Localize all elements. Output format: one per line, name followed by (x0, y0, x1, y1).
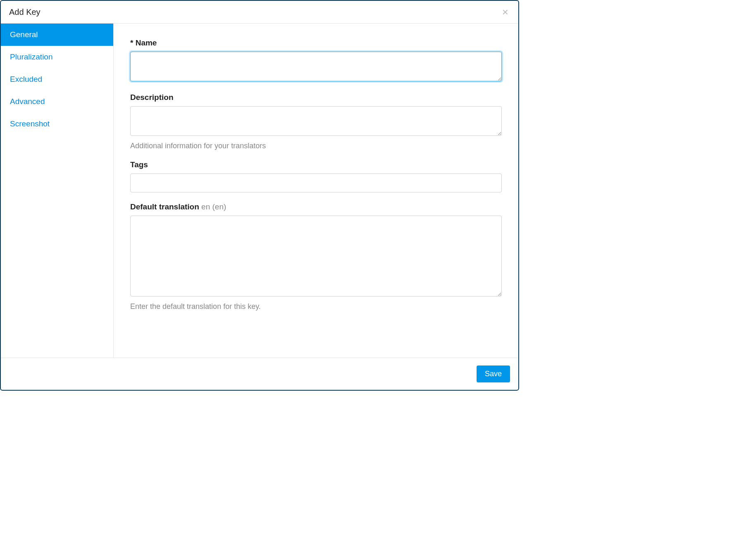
modal-footer: Save (1, 358, 518, 390)
form-group-tags: Tags (130, 160, 502, 192)
sidebar-item-label: Excluded (10, 75, 42, 83)
save-button[interactable]: Save (477, 365, 510, 382)
modal-header: Add Key × (1, 1, 518, 24)
description-help: Additional information for your translat… (130, 142, 502, 150)
add-key-modal: Add Key × General Pluralization Excluded… (0, 0, 519, 391)
modal-title: Add Key (9, 7, 41, 17)
default-translation-input[interactable] (130, 216, 502, 297)
sidebar-item-pluralization[interactable]: Pluralization (1, 46, 113, 68)
name-input[interactable] (130, 52, 502, 81)
default-translation-help: Enter the default translation for this k… (130, 302, 502, 311)
sidebar-item-screenshot[interactable]: Screenshot (1, 113, 113, 135)
form-group-description: Description Additional information for y… (130, 93, 502, 150)
sidebar-item-label: General (10, 30, 38, 39)
sidebar-item-general[interactable]: General (1, 24, 113, 46)
default-translation-label-suffix: en (en) (201, 202, 226, 211)
form-group-default-translation: Default translation en (en) Enter the de… (130, 202, 502, 311)
default-translation-label-text: Default translation (130, 202, 201, 211)
tags-label: Tags (130, 160, 502, 169)
name-label: * Name (130, 38, 502, 47)
sidebar-item-label: Pluralization (10, 52, 53, 61)
modal-body: General Pluralization Excluded Advanced … (1, 24, 518, 358)
close-button[interactable]: × (501, 7, 510, 17)
sidebar-item-excluded[interactable]: Excluded (1, 68, 113, 90)
description-input[interactable] (130, 106, 502, 136)
sidebar-item-advanced[interactable]: Advanced (1, 90, 113, 113)
form-group-name: * Name (130, 38, 502, 83)
default-translation-label: Default translation en (en) (130, 202, 502, 211)
tags-input[interactable] (130, 173, 502, 192)
sidebar-item-label: Advanced (10, 97, 45, 106)
sidebar: General Pluralization Excluded Advanced … (1, 24, 114, 358)
sidebar-item-label: Screenshot (10, 119, 50, 128)
form-content: * Name Description Additional informatio… (114, 24, 518, 358)
description-label: Description (130, 93, 502, 102)
